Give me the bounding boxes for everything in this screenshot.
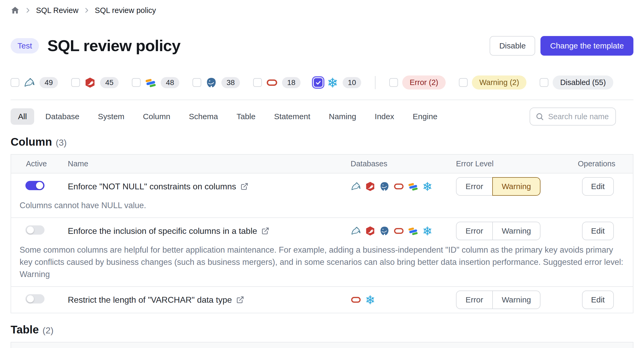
page-title: SQL review policy: [47, 37, 180, 55]
postgresql-icon: [379, 181, 390, 192]
mariadb-icon: [365, 181, 375, 192]
active-toggle[interactable]: [25, 294, 44, 304]
mysql-icon: [351, 181, 361, 192]
snowflake-icon: [422, 226, 433, 236]
engine-count-badge: 38: [221, 77, 240, 88]
rule-row: Enforce "NOT NULL" constraints on column…: [11, 173, 633, 218]
edit-button[interactable]: Edit: [582, 177, 614, 196]
oracle-icon: [266, 77, 278, 88]
tab-schema[interactable]: Schema: [181, 108, 225, 125]
engine-filter-mariadb[interactable]: 45: [71, 77, 119, 88]
engine-count-badge: 48: [161, 77, 179, 88]
external-link-icon[interactable]: [236, 296, 244, 304]
mariadb-icon: [84, 77, 96, 88]
chevron-right-icon: [83, 7, 90, 14]
tab-statement[interactable]: Statement: [267, 108, 318, 125]
rule-name[interactable]: Restrict the length of "VARCHAR" data ty…: [68, 295, 232, 305]
rule-row: Restrict the length of "VARCHAR" data ty…: [11, 287, 633, 313]
engine-checkbox[interactable]: [253, 78, 262, 87]
section-column: Column(3) Active Name Databases Error Le…: [11, 136, 633, 313]
edit-button[interactable]: Edit: [582, 291, 614, 309]
toggle-knob: [36, 182, 43, 189]
breadcrumb-sql-review-policy[interactable]: SQL review policy: [95, 6, 156, 15]
engine-filter-oceanbase[interactable]: 48: [132, 77, 179, 88]
level-badge: Warning (2): [472, 75, 526, 90]
engine-checkbox[interactable]: [11, 78, 19, 87]
active-toggle[interactable]: [25, 181, 44, 190]
rule-description: Some common columns are helpful for bett…: [11, 244, 633, 286]
oracle-icon: [351, 295, 361, 305]
external-link-icon[interactable]: [261, 227, 269, 235]
tab-table[interactable]: Table: [229, 108, 263, 125]
oceanbase-icon: [408, 181, 418, 192]
mysql-icon: [24, 77, 35, 88]
level-checkbox[interactable]: [540, 78, 548, 87]
warning-level-button[interactable]: Warning: [492, 222, 541, 240]
snowflake-icon: [365, 295, 375, 305]
tab-engine[interactable]: Engine: [405, 108, 445, 125]
engine-count-badge: 49: [39, 77, 58, 88]
postgresql-icon: [205, 77, 217, 88]
col-header-active: Active: [11, 342, 59, 348]
category-tabs: AllDatabaseSystemColumnSchemaTableStatem…: [11, 108, 633, 126]
tab-database[interactable]: Database: [38, 108, 87, 125]
level-badge: Disabled (55): [553, 75, 613, 90]
postgresql-icon: [379, 226, 390, 236]
engine-filter-oracle[interactable]: 18: [253, 77, 301, 88]
col-header-name: Name: [59, 155, 343, 173]
engine-checkbox[interactable]: [193, 78, 201, 87]
level-checkbox[interactable]: [459, 78, 468, 87]
disable-button[interactable]: Disable: [490, 36, 535, 56]
level-filter-error[interactable]: Error (2): [389, 75, 446, 90]
active-toggle[interactable]: [25, 225, 44, 235]
col-header-error-level: Error Level: [455, 155, 570, 173]
oceanbase-icon: [145, 77, 156, 88]
level-badge: Error (2): [402, 75, 446, 90]
table-header-row: Active Name Databases Error Level Operat…: [11, 342, 633, 348]
col-header-error-level: Error Level: [455, 342, 570, 348]
engine-count-badge: 45: [100, 77, 119, 88]
engine-filters: 49 45 48 38 18 10: [11, 77, 361, 88]
environment-badge[interactable]: Test: [11, 38, 39, 53]
engine-filter-postgresql[interactable]: 38: [193, 77, 240, 88]
chevron-right-icon: [24, 7, 31, 14]
filter-bar: 49 45 48 38 18 10 Error (2) Warning (2) …: [11, 75, 633, 90]
rules-table: Active Name Databases Error Level Operat…: [11, 154, 633, 313]
error-level-segmented-control: Error Warning: [456, 291, 540, 309]
engine-checkbox[interactable]: [132, 78, 141, 87]
rule-name[interactable]: Enforce "NOT NULL" constraints on column…: [68, 182, 236, 191]
tab-index[interactable]: Index: [367, 108, 401, 125]
error-level-segmented-control: Error Warning: [456, 177, 540, 196]
tab-naming[interactable]: Naming: [321, 108, 364, 125]
rule-databases: [343, 181, 455, 192]
level-filter-disabled[interactable]: Disabled (55): [540, 75, 613, 90]
toggle-knob: [27, 226, 34, 234]
warning-level-button[interactable]: Warning: [492, 291, 541, 309]
engine-checkbox[interactable]: [314, 78, 323, 87]
error-level-button[interactable]: Error: [456, 177, 493, 196]
tab-system[interactable]: System: [91, 108, 132, 125]
level-checkbox[interactable]: [389, 78, 398, 87]
external-link-icon[interactable]: [240, 182, 248, 190]
tab-column[interactable]: Column: [136, 108, 178, 125]
home-icon[interactable]: [11, 6, 20, 15]
edit-button[interactable]: Edit: [582, 222, 614, 240]
table-header-row: Active Name Databases Error Level Operat…: [11, 155, 633, 173]
rule-name[interactable]: Enforce the inclusion of specific column…: [68, 226, 257, 236]
engine-checkbox[interactable]: [71, 78, 80, 87]
rule-row: Enforce the inclusion of specific column…: [11, 218, 633, 287]
section-count: (2): [43, 325, 54, 336]
change-template-button[interactable]: Change the template: [540, 36, 633, 56]
oceanbase-icon: [408, 226, 418, 236]
section-title: Table: [11, 323, 39, 336]
engine-filter-snowflake[interactable]: 10: [314, 77, 361, 88]
page-header: Test SQL review policy Disable Change th…: [11, 26, 633, 65]
search-box: [530, 108, 616, 126]
engine-filter-mysql[interactable]: 49: [11, 77, 58, 88]
level-filter-warning[interactable]: Warning (2): [459, 75, 526, 90]
tab-all[interactable]: All: [11, 108, 34, 125]
warning-level-button[interactable]: Warning: [492, 177, 541, 196]
error-level-button[interactable]: Error: [456, 222, 493, 240]
breadcrumb-sql-review[interactable]: SQL Review: [36, 6, 78, 15]
error-level-button[interactable]: Error: [456, 291, 493, 309]
